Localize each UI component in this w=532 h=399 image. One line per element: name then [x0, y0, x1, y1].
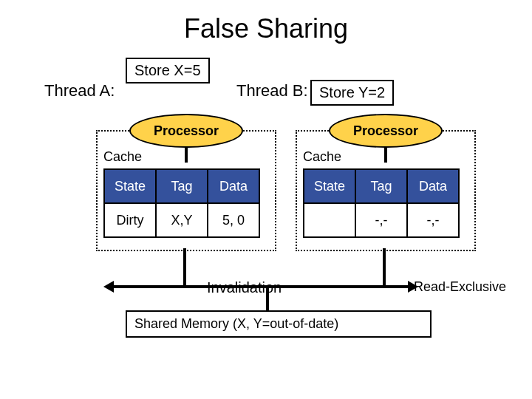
- bus-connector-left: [183, 248, 186, 287]
- cache-header-tag: Tag: [355, 169, 407, 203]
- invalidation-label: Invalidation: [207, 279, 282, 296]
- processor-left-container: Processor Cache State Tag Data Dirty X,Y…: [96, 130, 276, 251]
- cache-right-data: -,-: [407, 203, 459, 237]
- processor-right-container: Processor Cache State Tag Data -,- -,-: [296, 130, 476, 251]
- cache-left-data: 5, 0: [208, 203, 259, 237]
- bus-arrow-left-icon: [103, 281, 114, 293]
- store-y-box: Store Y=2: [310, 80, 394, 106]
- processor-right-label: Processor: [353, 123, 418, 139]
- table-row: State Tag Data: [304, 169, 459, 203]
- bus-connector-right: [383, 248, 386, 287]
- cache-right-state: [304, 203, 355, 237]
- table-row: State Tag Data: [104, 169, 259, 203]
- cache-right-tag: -,-: [355, 203, 407, 237]
- processor-left-label: Processor: [154, 123, 219, 139]
- store-x-box: Store X=5: [126, 58, 210, 83]
- cache-header-data: Data: [208, 169, 259, 203]
- cache-header-tag: Tag: [156, 169, 208, 203]
- cache-left-label: Cache: [103, 149, 142, 165]
- shared-memory-box: Shared Memory (X, Y=out-of-date): [126, 310, 432, 338]
- diagram-stage: False Sharing Thread A: Thread B: Store …: [0, 0, 532, 399]
- cache-header-state: State: [304, 169, 355, 203]
- cache-left-state: Dirty: [104, 203, 156, 237]
- thread-b-label: Thread B:: [236, 81, 308, 100]
- processor-right: Processor: [329, 114, 443, 148]
- cache-right-label: Cache: [303, 149, 341, 165]
- thread-a-label: Thread A:: [44, 81, 115, 100]
- cache-left-table: State Tag Data Dirty X,Y 5, 0: [103, 168, 260, 238]
- cache-left-tag: X,Y: [156, 203, 208, 237]
- processor-left: Processor: [129, 114, 243, 148]
- bus-to-memory: [266, 288, 269, 310]
- read-exclusive-label: Read-Exclusive: [414, 279, 506, 295]
- table-row: -,- -,-: [304, 203, 459, 237]
- page-title: False Sharing: [0, 13, 532, 44]
- table-row: Dirty X,Y 5, 0: [104, 203, 259, 237]
- cache-header-data: Data: [407, 169, 459, 203]
- cache-right-table: State Tag Data -,- -,-: [303, 168, 460, 238]
- cache-header-state: State: [104, 169, 156, 203]
